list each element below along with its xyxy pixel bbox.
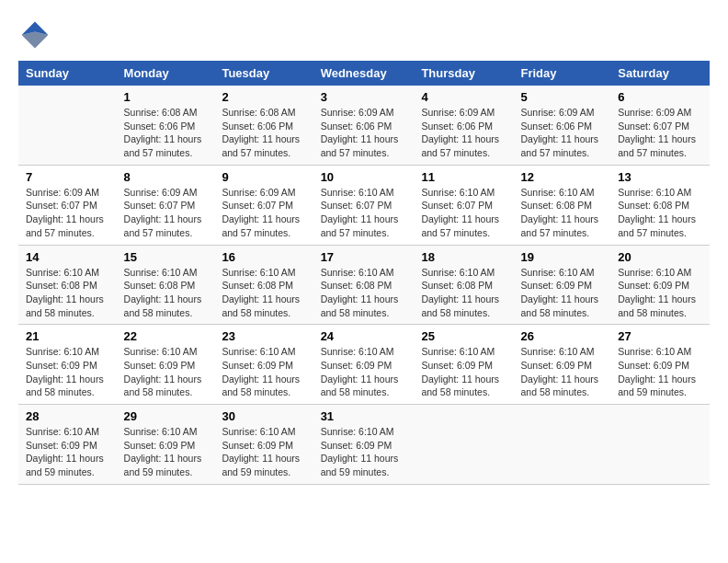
day-number: 5 [520,90,603,104]
day-info: Sunrise: 6:09 AMSunset: 6:07 PMDaylight:… [124,186,208,240]
calendar-cell: 23Sunrise: 6:10 AMSunset: 6:09 PMDayligh… [214,325,313,405]
calendar-cell: 27Sunrise: 6:10 AMSunset: 6:09 PMDayligh… [610,325,710,405]
day-info: Sunrise: 6:10 AMSunset: 6:08 PMDaylight:… [222,266,305,320]
calendar-cell: 24Sunrise: 6:10 AMSunset: 6:09 PMDayligh… [313,325,415,405]
header-row: SundayMondayTuesdayWednesdayThursdayFrid… [18,61,710,86]
svg-marker-1 [22,31,49,48]
day-info: Sunrise: 6:10 AMSunset: 6:09 PMDaylight:… [321,425,407,479]
calendar-cell: 15Sunrise: 6:10 AMSunset: 6:08 PMDayligh… [117,245,215,325]
calendar-cell: 10Sunrise: 6:10 AMSunset: 6:07 PMDayligh… [313,165,415,245]
day-info: Sunrise: 6:10 AMSunset: 6:08 PMDaylight:… [618,186,702,240]
day-info: Sunrise: 6:10 AMSunset: 6:07 PMDaylight:… [421,186,506,240]
calendar-cell: 28Sunrise: 6:10 AMSunset: 6:09 PMDayligh… [18,405,117,485]
day-info: Sunrise: 6:09 AMSunset: 6:06 PMDaylight:… [520,106,603,160]
day-number: 24 [321,329,407,343]
week-row-2: 7Sunrise: 6:09 AMSunset: 6:07 PMDaylight… [18,165,710,245]
day-number: 6 [618,90,702,104]
day-number: 31 [321,409,407,423]
day-number: 21 [26,329,109,343]
calendar-cell: 25Sunrise: 6:10 AMSunset: 6:09 PMDayligh… [414,325,513,405]
calendar-cell [414,405,513,485]
day-info: Sunrise: 6:10 AMSunset: 6:08 PMDaylight:… [520,186,603,240]
day-number: 27 [618,329,702,343]
calendar-cell [610,405,710,485]
calendar-cell: 4Sunrise: 6:09 AMSunset: 6:06 PMDaylight… [414,86,513,165]
week-row-5: 28Sunrise: 6:10 AMSunset: 6:09 PMDayligh… [18,405,710,485]
day-number: 28 [26,409,109,423]
day-info: Sunrise: 6:09 AMSunset: 6:07 PMDaylight:… [222,186,305,240]
day-number: 1 [124,90,208,104]
day-number: 22 [124,329,208,343]
calendar-cell: 26Sunrise: 6:10 AMSunset: 6:09 PMDayligh… [513,325,610,405]
day-info: Sunrise: 6:10 AMSunset: 6:09 PMDaylight:… [520,345,603,399]
day-number: 15 [124,250,208,264]
day-number: 20 [618,250,702,264]
calendar-cell: 8Sunrise: 6:09 AMSunset: 6:07 PMDaylight… [117,165,215,245]
day-number: 3 [321,90,407,104]
day-info: Sunrise: 6:10 AMSunset: 6:09 PMDaylight:… [124,345,208,399]
day-number: 9 [222,170,305,184]
day-info: Sunrise: 6:10 AMSunset: 6:09 PMDaylight:… [222,425,305,479]
day-number: 17 [321,250,407,264]
day-info: Sunrise: 6:10 AMSunset: 6:09 PMDaylight:… [618,345,702,399]
calendar-cell: 3Sunrise: 6:09 AMSunset: 6:06 PMDaylight… [313,86,415,165]
day-info: Sunrise: 6:10 AMSunset: 6:09 PMDaylight:… [520,266,603,320]
calendar-cell: 31Sunrise: 6:10 AMSunset: 6:09 PMDayligh… [313,405,415,485]
day-number: 29 [124,409,208,423]
day-number: 23 [222,329,305,343]
day-info: Sunrise: 6:09 AMSunset: 6:07 PMDaylight:… [26,186,109,240]
page-header [18,18,710,52]
logo [18,18,55,52]
calendar-cell: 17Sunrise: 6:10 AMSunset: 6:08 PMDayligh… [313,245,415,325]
day-number: 13 [618,170,702,184]
day-info: Sunrise: 6:10 AMSunset: 6:09 PMDaylight:… [321,345,407,399]
calendar-cell: 5Sunrise: 6:09 AMSunset: 6:06 PMDaylight… [513,86,610,165]
day-info: Sunrise: 6:10 AMSunset: 6:09 PMDaylight:… [26,425,109,479]
header-day-thursday: Thursday [414,61,513,86]
header-day-wednesday: Wednesday [313,61,415,86]
calendar-cell: 2Sunrise: 6:08 AMSunset: 6:06 PMDaylight… [214,86,313,165]
day-number: 19 [520,250,603,264]
calendar-cell: 7Sunrise: 6:09 AMSunset: 6:07 PMDaylight… [18,165,117,245]
day-info: Sunrise: 6:10 AMSunset: 6:08 PMDaylight:… [26,266,109,320]
day-info: Sunrise: 6:10 AMSunset: 6:09 PMDaylight:… [26,345,109,399]
header-day-saturday: Saturday [610,61,710,86]
day-number: 8 [124,170,208,184]
header-day-friday: Friday [513,61,610,86]
day-info: Sunrise: 6:08 AMSunset: 6:06 PMDaylight:… [222,106,305,160]
calendar-cell: 16Sunrise: 6:10 AMSunset: 6:08 PMDayligh… [214,245,313,325]
day-info: Sunrise: 6:08 AMSunset: 6:06 PMDaylight:… [124,106,208,160]
calendar-table: SundayMondayTuesdayWednesdayThursdayFrid… [18,61,710,485]
calendar-cell [18,86,117,165]
logo-icon [18,18,51,52]
header-day-monday: Monday [117,61,215,86]
calendar-cell: 14Sunrise: 6:10 AMSunset: 6:08 PMDayligh… [18,245,117,325]
calendar-cell: 19Sunrise: 6:10 AMSunset: 6:09 PMDayligh… [513,245,610,325]
day-info: Sunrise: 6:10 AMSunset: 6:08 PMDaylight:… [421,266,506,320]
calendar-cell: 9Sunrise: 6:09 AMSunset: 6:07 PMDaylight… [214,165,313,245]
week-row-4: 21Sunrise: 6:10 AMSunset: 6:09 PMDayligh… [18,325,710,405]
day-info: Sunrise: 6:10 AMSunset: 6:08 PMDaylight:… [124,266,208,320]
day-number: 2 [222,90,305,104]
calendar-cell: 30Sunrise: 6:10 AMSunset: 6:09 PMDayligh… [214,405,313,485]
day-number: 18 [421,250,506,264]
calendar-cell: 13Sunrise: 6:10 AMSunset: 6:08 PMDayligh… [610,165,710,245]
calendar-cell: 20Sunrise: 6:10 AMSunset: 6:09 PMDayligh… [610,245,710,325]
calendar-cell: 11Sunrise: 6:10 AMSunset: 6:07 PMDayligh… [414,165,513,245]
day-number: 25 [421,329,506,343]
day-number: 16 [222,250,305,264]
day-number: 14 [26,250,109,264]
calendar-cell: 12Sunrise: 6:10 AMSunset: 6:08 PMDayligh… [513,165,610,245]
calendar-cell: 21Sunrise: 6:10 AMSunset: 6:09 PMDayligh… [18,325,117,405]
day-number: 30 [222,409,305,423]
day-info: Sunrise: 6:10 AMSunset: 6:08 PMDaylight:… [321,266,407,320]
day-info: Sunrise: 6:10 AMSunset: 6:09 PMDaylight:… [124,425,208,479]
week-row-1: 1Sunrise: 6:08 AMSunset: 6:06 PMDaylight… [18,86,710,165]
header-day-tuesday: Tuesday [214,61,313,86]
day-number: 7 [26,170,109,184]
day-info: Sunrise: 6:10 AMSunset: 6:07 PMDaylight:… [321,186,407,240]
day-info: Sunrise: 6:09 AMSunset: 6:06 PMDaylight:… [321,106,407,160]
day-number: 26 [520,329,603,343]
day-number: 10 [321,170,407,184]
day-info: Sunrise: 6:10 AMSunset: 6:09 PMDaylight:… [618,266,702,320]
